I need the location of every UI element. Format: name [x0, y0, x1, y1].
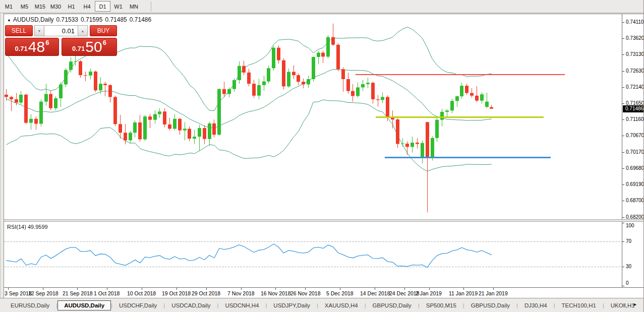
price-axis-label: 0.72140 — [626, 84, 644, 90]
pane-separator[interactable] — [4, 219, 644, 222]
chart-tab-eurusd-daily[interactable]: EURUSD,Daily — [4, 301, 56, 310]
timeframe-button-d1[interactable]: D1 — [95, 1, 110, 12]
buy-price-pipette: 6 — [103, 39, 106, 46]
sell-price-prefix: 0.71 — [15, 45, 28, 52]
rsi-chart-canvas[interactable] — [4, 222, 622, 287]
tab-scroll-left-icon[interactable]: ◄ — [618, 302, 629, 307]
chart-tab-audusd-daily[interactable]: AUDUSD,Daily — [57, 300, 111, 310]
date-tick — [429, 288, 430, 290]
chart-tab-tech100-h1[interactable]: TECH100,H1 — [555, 301, 603, 310]
date-tick — [463, 288, 464, 290]
price-axis-tick — [622, 38, 624, 39]
chart-tabs: EURUSD,Daily|AUDUSD,Daily|USDCHF,Daily|U… — [4, 300, 641, 310]
date-axis-label: 5 Dec 2018 — [326, 290, 354, 296]
date-axis-label: 1 Oct 2018 — [94, 290, 120, 296]
date-tick — [107, 288, 107, 290]
chart-symbol-label: AUDUSD,Daily — [13, 16, 54, 23]
chart-tab-gbpusd-daily[interactable]: GBPUSD,Daily — [464, 301, 516, 310]
timeframe-toolbar: M1M5M15M30H1H4D1W1MN — [0, 0, 644, 13]
current-price-badge: 0.71486 — [623, 105, 644, 112]
ohlc-close: 0.71486 — [130, 16, 151, 23]
rsi-indicator-label: RSI(14) 49.9599 — [7, 224, 48, 230]
price-axis-tick — [622, 87, 624, 88]
date-tick — [77, 288, 78, 290]
price-axis-label: 0.74110 — [626, 19, 643, 25]
mt4-chart-window: M1M5M15M30H1H4D1W1MN ▲AUDUSD,Daily0.7153… — [0, 0, 644, 312]
volume-decrease-button[interactable]: ▼ — [34, 25, 44, 36]
date-axis-label: 24 Dec 2018 — [389, 290, 420, 296]
buy-button[interactable]: BUY — [90, 25, 117, 36]
sell-price-big-digits: 48 — [28, 40, 45, 54]
rsi-axis-label: 70 — [626, 238, 631, 244]
price-axis-label: 0.70170 — [626, 149, 644, 155]
buy-price-button[interactable]: 0.71506 — [62, 38, 117, 56]
rsi-axis-label: 30 — [626, 264, 631, 269]
price-axis-tick — [622, 119, 624, 120]
chart-tab-usdjpy-daily[interactable]: USDJPY,Daily — [267, 301, 317, 310]
date-axis-label: 29 Oct 2018 — [192, 290, 220, 296]
rsi-axis-tick — [622, 223, 624, 223]
date-axis-label: 2 Jan 2019 — [416, 290, 442, 296]
date-axis-label: 12 Sep 2018 — [28, 290, 58, 296]
date-tick — [340, 288, 340, 290]
sell-price-button[interactable]: 0.71486 — [5, 38, 59, 56]
ohlc-high: 0.71595 — [81, 16, 102, 23]
price-axis-tick — [622, 136, 624, 136]
price-axis-tick — [622, 152, 624, 153]
price-axis-label: 0.70670 — [626, 133, 644, 138]
date-tick — [275, 288, 276, 290]
buy-price-big-digits: 50 — [85, 40, 102, 54]
volume-input[interactable] — [44, 25, 78, 36]
timeframe-button-h4[interactable]: H4 — [79, 1, 95, 12]
chart-tab-gbpusd-daily[interactable]: GBPUSD,Daily — [366, 301, 418, 310]
price-axis-tick — [622, 103, 624, 104]
window-left-frame — [0, 13, 4, 298]
price-axis-label: 0.73620 — [626, 35, 644, 41]
chevron-up-icon: ▲ — [81, 29, 85, 33]
price-axis-label: 0.68700 — [626, 198, 644, 203]
date-tick — [206, 288, 207, 290]
price-axis-label: 0.69680 — [626, 165, 644, 171]
timeframe-button-w1[interactable]: W1 — [110, 1, 126, 12]
chart-tab-sp500-m15[interactable]: SP500,M15 — [420, 301, 463, 310]
chart-tab-usdcnh-h4[interactable]: USDCNH,H4 — [218, 301, 265, 310]
date-tick — [43, 288, 43, 290]
trade-panel-price-row: 0.71486 0.71506 — [5, 38, 117, 56]
timeframe-button-h1[interactable]: H1 — [64, 1, 79, 12]
price-chart-pane: ▲AUDUSD,Daily0.715330.715950.714850.7148… — [4, 14, 622, 219]
date-axis[interactable]: 3 Sep 201812 Sep 201821 Sep 20181 Oct 20… — [4, 287, 644, 298]
date-tick — [493, 288, 494, 290]
sell-button[interactable]: SELL — [5, 25, 33, 36]
price-axis-tick — [622, 168, 624, 169]
price-axis[interactable]: 0.741100.736200.731300.726300.721400.716… — [622, 14, 644, 287]
chart-collapse-icon[interactable]: ▲ — [7, 18, 11, 22]
timeframe-button-m15[interactable]: M15 — [32, 1, 48, 12]
date-axis-label: 21 Sep 2018 — [63, 290, 93, 296]
timeframe-button-mn[interactable]: MN — [126, 1, 142, 12]
date-tick — [305, 288, 306, 290]
price-axis-tick — [622, 217, 624, 218]
price-axis-label: 0.72630 — [626, 68, 644, 74]
price-axis-label: 0.73130 — [626, 51, 644, 57]
rsi-axis-tick — [622, 241, 624, 242]
rsi-axis-tick — [622, 286, 624, 286]
tab-scroll-right-icon[interactable]: ► — [629, 302, 641, 307]
date-axis-label: 21 Jan 2019 — [479, 290, 508, 296]
chart-tab-dj30-h4[interactable]: DJ30,H4 — [518, 301, 554, 310]
date-axis-label: 3 Sep 2018 — [5, 290, 32, 296]
timeframe-button-m30[interactable]: M30 — [48, 1, 64, 12]
price-axis-tick — [622, 201, 624, 201]
chart-tab-usdcad-daily[interactable]: USDCAD,Daily — [165, 301, 217, 310]
toolbar-separator — [151, 2, 151, 12]
date-axis-label: 19 Oct 2018 — [162, 290, 191, 296]
timeframe-button-m1[interactable]: M1 — [1, 1, 17, 12]
date-axis-label: 11 Jan 2019 — [449, 290, 478, 296]
date-tick — [8, 288, 9, 290]
volume-increase-button[interactable]: ▲ — [78, 25, 88, 36]
chart-tab-xauusd-h4[interactable]: XAUUSD,H4 — [318, 301, 365, 310]
chart-tab-usdchf-daily[interactable]: USDCHF,Daily — [112, 301, 163, 310]
ohlc-open: 0.71533 — [56, 16, 78, 23]
timeframe-button-m5[interactable]: M5 — [17, 1, 32, 12]
one-click-trading-panel: SELL ▼ ▲ BUY 0.71486 0.71506 — [5, 25, 117, 56]
price-axis-label: 0.71160 — [626, 116, 643, 122]
